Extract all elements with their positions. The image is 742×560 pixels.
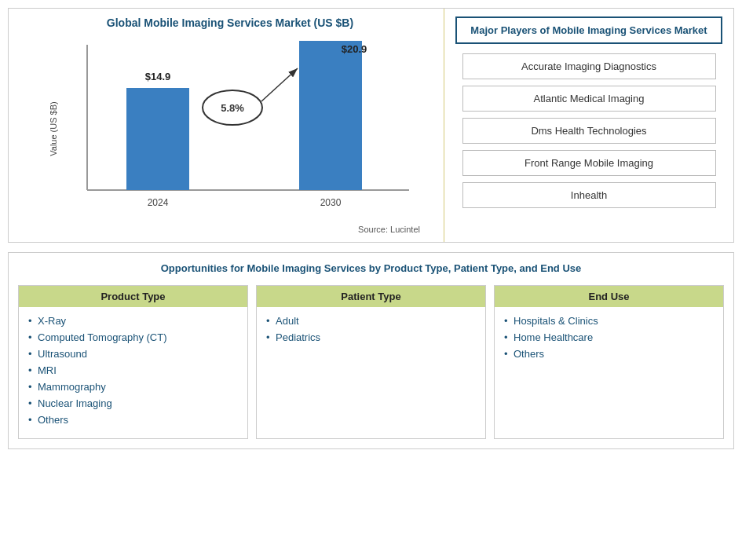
patient-item-0: Adult	[266, 315, 476, 327]
y-axis-label: Value (US $B)	[49, 101, 58, 156]
player-item-3: Front Range Mobile Imaging	[462, 150, 716, 176]
chart-panel: Global Mobile Imaging Services Market (U…	[9, 9, 444, 242]
patient-type-header: Patient Type	[257, 286, 485, 307]
categories-row: Product Type X-Ray Computed Tomography (…	[18, 285, 724, 439]
end-use-header: End Use	[495, 286, 723, 307]
players-title: Major Players of Mobile Imaging Services…	[455, 16, 722, 44]
product-type-list: X-Ray Computed Tomography (CT) Ultrasoun…	[28, 315, 238, 426]
patient-item-1: Pediatrics	[266, 331, 476, 343]
bar-chart: $14.9 2024 $20.9 2030 5.8%	[48, 37, 417, 218]
end-use-list: Hospitals & Clinics Home Healthcare Othe…	[504, 315, 714, 360]
players-panel: Major Players of Mobile Imaging Services…	[444, 9, 733, 242]
product-item-6: Others	[28, 414, 238, 426]
bar-value-2024: $14.9	[145, 71, 171, 82]
bar-value-2030: $20.9	[342, 43, 367, 55]
cagr-text: 5.8%	[221, 102, 244, 114]
player-item-1: Atlantic Medical Imaging	[462, 86, 716, 112]
cagr-arrow	[261, 68, 298, 101]
product-item-0: X-Ray	[28, 315, 238, 327]
source-text: Source: Lucintel	[24, 225, 420, 234]
product-item-5: Nuclear Imaging	[28, 397, 238, 409]
patient-type-col: Patient Type Adult Pediatrics	[256, 285, 486, 439]
player-item-2: Dms Health Technologies	[462, 118, 716, 144]
patient-type-list: Adult Pediatrics	[266, 315, 476, 343]
patient-type-body: Adult Pediatrics	[257, 307, 485, 433]
end-use-col: End Use Hospitals & Clinics Home Healthc…	[494, 285, 724, 439]
end-use-item-0: Hospitals & Clinics	[504, 315, 714, 327]
product-item-3: MRI	[28, 364, 238, 376]
product-item-2: Ultrasound	[28, 348, 238, 360]
year-label-2030: 2030	[320, 197, 342, 208]
chart-title: Global Mobile Imaging Services Market (U…	[24, 16, 436, 29]
end-use-item-1: Home Healthcare	[504, 331, 714, 343]
end-use-item-2: Others	[504, 348, 714, 360]
player-item-0: Accurate Imaging Diagnostics	[462, 53, 716, 79]
bar-2024	[126, 88, 189, 190]
product-item-1: Computed Tomography (CT)	[28, 331, 238, 343]
product-type-body: X-Ray Computed Tomography (CT) Ultrasoun…	[19, 307, 247, 438]
opportunities-title: Opportunities for Mobile Imaging Service…	[18, 262, 724, 274]
product-item-4: Mammography	[28, 381, 238, 393]
product-type-header: Product Type	[19, 286, 247, 307]
opportunities-section: Opportunities for Mobile Imaging Service…	[8, 252, 734, 449]
year-label-2024: 2024	[148, 197, 169, 208]
bar-2030	[299, 41, 362, 190]
product-type-col: Product Type X-Ray Computed Tomography (…	[18, 285, 248, 439]
end-use-body: Hospitals & Clinics Home Healthcare Othe…	[495, 307, 723, 433]
player-item-4: Inhealth	[462, 182, 716, 208]
